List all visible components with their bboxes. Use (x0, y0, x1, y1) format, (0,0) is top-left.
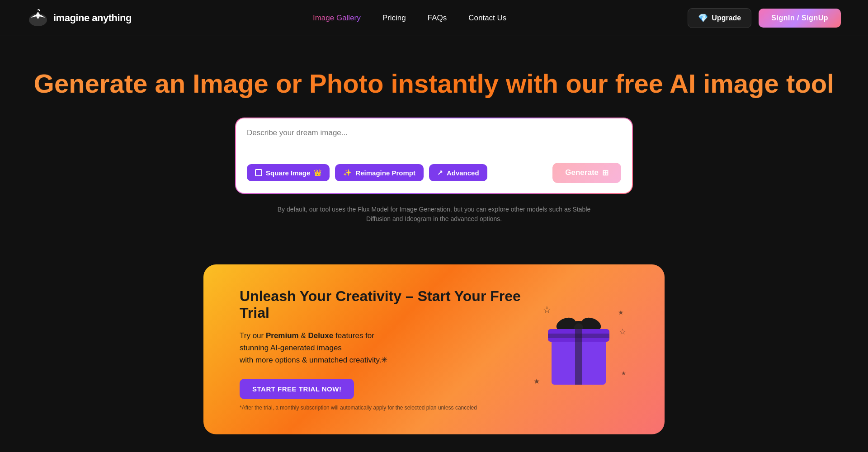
generate-icon: ⊞ (602, 168, 609, 178)
nav-link-pricing[interactable]: Pricing (382, 14, 406, 22)
cta-and: & (299, 331, 308, 340)
nav-link-faqs[interactable]: FAQs (428, 14, 447, 22)
star-deco-3: ★ (533, 377, 540, 386)
nav-item-contact[interactable]: Contact Us (468, 14, 506, 23)
reimagine-button[interactable]: ✨ Reimagine Prompt (335, 164, 424, 181)
deluxe-label: Deluxe (308, 331, 333, 340)
star-deco-5: ☆ (619, 327, 626, 337)
cta-small-disclaimer: *After the trial, a monthly subscription… (240, 405, 529, 411)
nav-item-faqs[interactable]: FAQs (428, 14, 447, 23)
trial-button[interactable]: START FREE TRIAL NOW! (240, 379, 354, 399)
premium-label: Premium (266, 331, 299, 340)
svg-rect-8 (548, 334, 609, 338)
generate-label: Generate (565, 168, 599, 177)
navigation: imagine anything Image Gallery Pricing F… (0, 0, 868, 36)
logo-text: imagine anything (53, 12, 132, 24)
trending-icon: ↗ (437, 169, 443, 177)
square-image-label: Square Image (266, 169, 310, 177)
nav-links: Image Gallery Pricing FAQs Contact Us (313, 14, 506, 23)
square-image-button[interactable]: Square Image 👑 (247, 164, 330, 181)
upgrade-button[interactable]: 💎 Upgrade (688, 8, 751, 28)
cta-desc-part1: Try our (240, 331, 266, 340)
gem-icon: 💎 (698, 13, 708, 23)
signin-button[interactable]: SignIn / SignUp (759, 9, 841, 28)
cta-visual: ☆ ★ ★ ★ ☆ (529, 300, 628, 399)
cta-section: Unleash Your Creativity – Start Your Fre… (0, 264, 868, 435)
prompt-actions: Square Image 👑 ✨ Reimagine Prompt ↗ Adva… (247, 163, 621, 183)
crown-icon: 👑 (314, 169, 321, 176)
wand-icon: ✨ (343, 169, 352, 177)
nav-item-pricing[interactable]: Pricing (382, 14, 406, 23)
nav-item-gallery[interactable]: Image Gallery (313, 14, 361, 23)
prompt-inner: Square Image 👑 ✨ Reimagine Prompt ↗ Adva… (236, 118, 632, 193)
logo-icon (27, 7, 49, 29)
prompt-textarea[interactable] (247, 128, 621, 155)
star-deco-1: ☆ (542, 304, 552, 316)
cta-title: Unleash Your Creativity – Start Your Fre… (240, 288, 529, 321)
upgrade-label: Upgrade (712, 14, 741, 22)
cta-banner: Unleash Your Creativity – Start Your Fre… (203, 264, 665, 435)
reimagine-label: Reimagine Prompt (355, 169, 415, 177)
generate-button[interactable]: Generate ⊞ (552, 163, 621, 183)
prompt-wrapper: Square Image 👑 ✨ Reimagine Prompt ↗ Adva… (235, 118, 633, 194)
hero-title: Generate an Image or Photo instantly wit… (27, 68, 841, 99)
prompt-buttons: Square Image 👑 ✨ Reimagine Prompt ↗ Adva… (247, 164, 487, 181)
hero-section: Generate an Image or Photo instantly wit… (0, 36, 868, 264)
advanced-button[interactable]: ↗ Advanced (429, 164, 487, 181)
cta-description: Try our Premium & Deluxe features forstu… (240, 330, 457, 367)
logo[interactable]: imagine anything (27, 7, 132, 29)
star-deco-2: ★ (618, 309, 624, 316)
nav-link-contact[interactable]: Contact Us (468, 14, 506, 22)
gift-box-icon (538, 304, 619, 395)
advanced-label: Advanced (447, 169, 479, 177)
cta-content: Unleash Your Creativity – Start Your Fre… (240, 288, 529, 411)
square-icon (255, 169, 262, 176)
nav-link-gallery[interactable]: Image Gallery (313, 14, 361, 22)
disclaimer-text: By default, our tool uses the Flux Model… (276, 205, 592, 224)
star-deco-4: ★ (621, 370, 626, 377)
nav-right: 💎 Upgrade SignIn / SignUp (688, 8, 841, 28)
